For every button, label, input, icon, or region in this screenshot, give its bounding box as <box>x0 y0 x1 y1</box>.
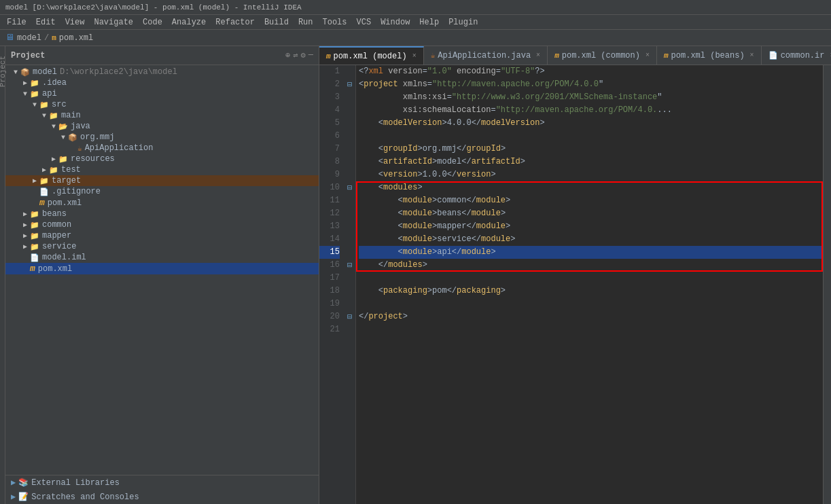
menu-code[interactable]: Code <box>139 16 166 29</box>
tree-label-api-app: ApiApplication <box>85 143 154 153</box>
ln-12: 12 <box>319 207 340 220</box>
right-scrollbar[interactable] <box>823 65 831 504</box>
tree-item-pom-model[interactable]: m pom.xml <box>5 263 319 274</box>
tree-item-gitignore[interactable]: 📄 .gitignore <box>5 186 319 197</box>
menu-navigate[interactable]: Navigate <box>90 16 137 29</box>
tree-item-org-mmj[interactable]: ▼ 📦 org.mmj <box>5 132 319 143</box>
tree-item-mapper[interactable]: ▶ 📁 mapper <box>5 230 319 241</box>
scratches-item[interactable]: ▶ 📝 Scratches and Consoles <box>5 490 319 504</box>
code-line-5[interactable]: <modelVersion>4.0.0</modelVersion> <box>359 117 823 130</box>
code-line-18[interactable]: <packaging>pom</packaging> <box>359 285 823 298</box>
tree-label-common: common <box>42 220 71 230</box>
line-numbers: 1 2 3 4 5 6 7 8 9 10 11 12 13 14 15 16 1… <box>319 65 344 504</box>
tab-pom-beans-close[interactable]: × <box>750 52 754 59</box>
code-line-3[interactable]: xmlns:xsi="http://www.w3.org/2001/XMLSch… <box>359 91 823 104</box>
tree-item-api-app[interactable]: ☕ ApiApplication <box>5 143 319 154</box>
tab-api-application[interactable]: ☕ ApiApplication.java × <box>424 46 548 65</box>
editor-area: m pom.xml (model) × ☕ ApiApplication.jav… <box>319 46 831 504</box>
tab-pom-model[interactable]: m pom.xml (model) × <box>319 46 424 65</box>
tree-item-api[interactable]: ▼ 📁 api <box>5 88 319 99</box>
menu-edit[interactable]: Edit <box>32 16 60 29</box>
code-line-1[interactable]: <?xml version="1.0" encoding="UTF-8"?> <box>359 65 823 78</box>
ln-11: 11 <box>319 194 340 207</box>
code-line-9[interactable]: <version>1.0.0</version> <box>359 168 823 181</box>
code-content-13: <module>mapper</module> <box>359 220 510 233</box>
code-content-20: </project> <box>359 310 408 323</box>
tree-item-model-iml[interactable]: 📄 model.iml <box>5 252 319 263</box>
gutter-10[interactable]: ⊟ <box>347 181 352 194</box>
code-line-13[interactable]: <module>mapper</module> <box>359 220 823 233</box>
code-line-14[interactable]: <module>service</module> <box>359 233 823 246</box>
code-line-12[interactable]: <module>beans</module> <box>359 207 823 220</box>
sidebar-settings-icon[interactable]: ⚙ <box>301 50 306 60</box>
tab-common-ir[interactable]: 📄 common.ir × <box>762 46 831 65</box>
code-line-6[interactable] <box>359 130 823 143</box>
tree-item-model-root[interactable]: ▼ 📦 model D:\workplace2\java\model <box>5 67 319 77</box>
ln-8: 8 <box>319 156 340 168</box>
menu-file[interactable]: File <box>3 16 31 29</box>
sidebar-close-icon[interactable]: — <box>308 50 313 60</box>
gutter-16[interactable]: ⊟ <box>347 259 352 272</box>
editor-code[interactable]: <?xml version="1.0" encoding="UTF-8"?> <… <box>356 65 823 504</box>
ln-20: 20 <box>319 310 340 323</box>
tree-arrow-main: ▼ <box>39 112 49 120</box>
tree-item-target[interactable]: ▶ 📁 target <box>5 175 319 186</box>
tree-item-service[interactable]: ▶ 📁 service <box>5 241 319 252</box>
menu-help[interactable]: Help <box>415 16 443 29</box>
gutter-20[interactable]: ⊟ <box>347 310 352 323</box>
code-line-2[interactable]: <project xmlns="http://maven.apache.org/… <box>359 78 823 91</box>
sidebar-external-link-icon[interactable]: ⊕ <box>285 50 290 60</box>
tree-item-idea[interactable]: ▶ 📁 .idea <box>5 77 319 88</box>
tab-api-app-close[interactable]: × <box>536 52 540 59</box>
tree-item-beans[interactable]: ▶ 📁 beans <box>5 209 319 219</box>
tree-item-common[interactable]: ▶ 📁 common <box>5 219 319 230</box>
menu-vcs[interactable]: VCS <box>353 16 376 29</box>
project-tab-label[interactable]: Project <box>0 56 7 87</box>
menu-plugin[interactable]: Plugin <box>444 16 482 29</box>
gutter-2[interactable]: ⊟ <box>347 78 352 91</box>
code-line-15[interactable]: <module>api</module> <box>359 246 823 259</box>
tab-pom-model-close[interactable]: × <box>412 52 417 60</box>
code-line-4[interactable]: xsi:schemaLocation="http://maven.apache.… <box>359 104 823 117</box>
tree-item-resources[interactable]: ▶ 📁 resources <box>5 154 319 164</box>
tree-item-main[interactable]: ▼ 📁 main <box>5 110 319 121</box>
editor-gutter: ⊟ ⊟ ⊟ ⊟ <box>344 65 356 504</box>
menu-window[interactable]: Window <box>376 16 414 29</box>
tree-label-resources: resources <box>71 154 115 164</box>
menu-refactor[interactable]: Refactor <box>211 16 259 29</box>
scratches-arrow-icon: ▶ <box>11 492 16 502</box>
tree-label-java: java <box>71 122 90 131</box>
breadcrumb-icon-pom: m <box>52 34 56 42</box>
mapper-folder-icon: 📁 <box>30 232 39 240</box>
tab-pom-beans[interactable]: m pom.xml (beans) × <box>657 46 762 65</box>
code-line-10[interactable]: <modules> <box>359 181 823 194</box>
beans-folder-icon: 📁 <box>30 210 39 219</box>
menu-run[interactable]: Run <box>294 16 317 29</box>
menu-view[interactable]: View <box>61 16 89 29</box>
tab-pom-common-close[interactable]: × <box>646 52 650 59</box>
breadcrumb-file[interactable]: pom.xml <box>59 33 93 43</box>
tree-item-pom-api[interactable]: m pom.xml <box>5 197 319 209</box>
tab-pom-common[interactable]: m pom.xml (common) × <box>548 46 657 65</box>
code-line-7[interactable]: <groupId>org.mmj</groupId> <box>359 143 823 156</box>
code-line-19[interactable] <box>359 298 823 310</box>
code-line-8[interactable]: <artifactId>model</artifactId> <box>359 156 823 168</box>
code-line-21[interactable] <box>359 323 823 336</box>
breadcrumb-model[interactable]: model <box>17 33 41 43</box>
menu-analyze[interactable]: Analyze <box>168 16 210 29</box>
tree-item-src[interactable]: ▼ 📁 src <box>5 99 319 110</box>
tree-label-target: target <box>52 176 81 185</box>
menu-build[interactable]: Build <box>260 16 293 29</box>
code-line-16[interactable]: </modules> <box>359 259 823 272</box>
sidebar-equalize-icon[interactable]: ⇌ <box>293 50 298 60</box>
code-line-11[interactable]: <module>common</module> <box>359 194 823 207</box>
breadcrumb-bar: 🖥 model / m pom.xml <box>0 30 831 46</box>
tree-item-test[interactable]: ▶ 📁 test <box>5 164 319 175</box>
code-line-20[interactable]: </project> <box>359 310 823 323</box>
external-libraries-item[interactable]: ▶ 📚 External Libraries <box>5 475 319 490</box>
tree-item-java[interactable]: ▼ 📂 java <box>5 121 319 132</box>
resources-folder-icon: 📁 <box>58 155 68 164</box>
code-line-17[interactable] <box>359 272 823 285</box>
menu-tools[interactable]: Tools <box>319 16 351 29</box>
editor-content[interactable]: 1 2 3 4 5 6 7 8 9 10 11 12 13 14 15 16 1… <box>319 65 831 504</box>
